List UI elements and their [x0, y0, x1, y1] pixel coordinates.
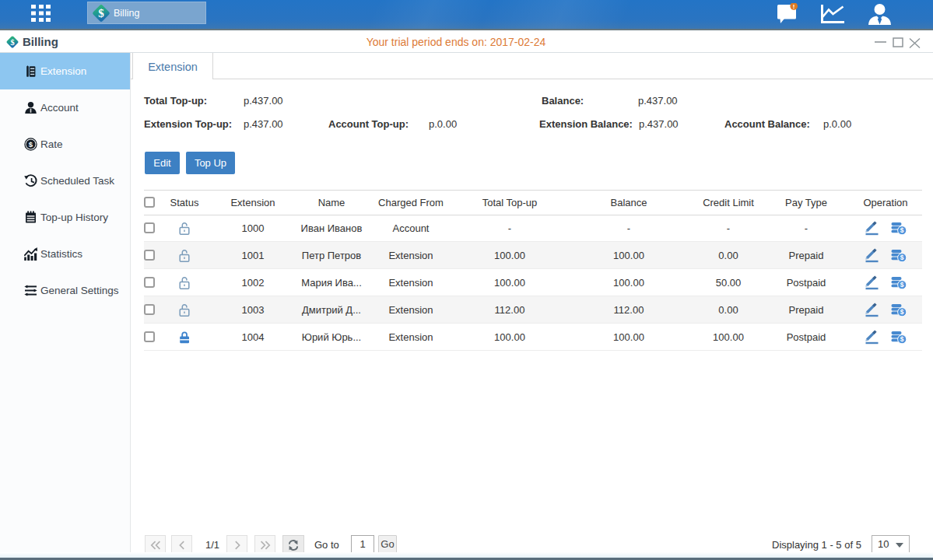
svg-text:$: $ [98, 7, 104, 19]
svg-text:!: ! [793, 3, 795, 10]
svg-text:$: $ [29, 140, 33, 149]
